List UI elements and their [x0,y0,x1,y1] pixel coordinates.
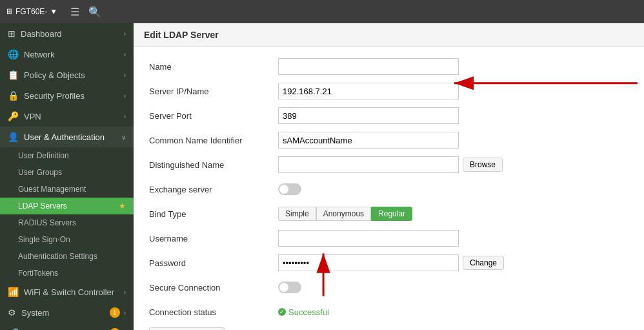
cn-control [278,132,459,149]
connection-status-value: ✓ Successful [278,307,329,317]
form-row-username: Username [149,229,629,247]
name-label: Name [149,62,278,72]
bind-type-label: Bind Type [149,209,278,219]
sidebar-sub-user-definition[interactable]: User Definition [0,147,134,164]
cn-input[interactable] [278,132,459,149]
server-ip-input[interactable] [278,83,459,99]
system-badge: 1 [110,307,120,318]
chevron-icon: › [124,113,126,120]
server-ip-label: Server IP/Name [149,87,278,96]
top-bar-actions: ☰ 🔍 [70,6,101,18]
star-icon: ★ [119,201,126,211]
sidebar-item-user-auth[interactable]: 👤 User & Authentication ∨ [0,127,134,147]
sidebar-label-user-auth: User & Authentication [24,132,105,142]
chevron-icon: › [124,51,126,58]
sidebar-label-system: System [21,308,49,318]
top-bar: 🖥 FGT60E- ▼ ☰ 🔍 [0,0,644,23]
form-row-secure: Secure Connection [149,278,629,296]
sidebar-item-dashboard[interactable]: ⊞ Dashboard › [0,23,134,44]
dashboard-icon: ⊞ [8,28,15,39]
form-row-bind-type: Bind Type Simple Anonymous Regular [149,205,629,223]
sidebar-sub-single-sign-on[interactable]: Single Sign-On [0,231,134,248]
content-area: Edit LDAP Server Name Server IP/Name Ser… [134,23,644,330]
sidebar-item-security-profiles[interactable]: 🔒 Security Profiles › [0,85,134,106]
policy-icon: 📋 [8,70,19,80]
user-icon: 👤 [8,132,19,142]
form-row-server-port: Server Port [149,107,629,125]
bind-btn-anonymous[interactable]: Anonymous [316,207,371,221]
password-input[interactable] [278,254,459,271]
security-icon: 🔒 [8,90,19,101]
sidebar-sub-ldap-servers[interactable]: LDAP Servers ★ [0,198,134,214]
chevron-icon: ∨ [121,134,126,141]
device-icon: 🖥 [5,7,13,16]
server-port-control [278,107,459,124]
dn-control [278,156,459,173]
sidebar-label-dashboard: Dashboard [21,29,62,39]
change-button[interactable]: Change [463,256,504,270]
sidebar-sub-guest-management[interactable]: Guest Management [0,181,134,198]
secure-label: Secure Connection [149,283,278,293]
form-row-name: Name [149,57,629,76]
sidebar-label-policy: Policy & Objects [24,70,85,80]
secure-toggle[interactable] [278,282,301,293]
sub-label-user-groups: User Groups [18,168,62,177]
sidebar-item-system[interactable]: ⚙ System 1 › [0,302,134,323]
dropdown-icon[interactable]: ▼ [50,7,57,16]
sub-label-auth-settings: Authentication Settings [18,252,97,261]
server-ip-control [278,83,459,99]
exchange-toggle[interactable] [278,183,301,195]
username-label: Username [149,234,278,243]
name-input[interactable] [278,58,459,75]
sidebar: ⊞ Dashboard › 🌐 Network › 📋 Policy & Obj… [0,23,134,330]
dn-input[interactable] [278,156,459,173]
sub-label-user-def: User Definition [18,151,69,160]
sidebar-label-wifi: WiFi & Switch Controller [24,287,114,297]
sidebar-item-wifi[interactable]: 📶 WiFi & Switch Controller › [0,282,134,302]
sidebar-item-vpn[interactable]: 🔑 VPN › [0,106,134,127]
cn-label: Common Name Identifier [149,136,278,145]
browse-button[interactable]: Browse [463,158,503,172]
sidebar-sub-user-groups[interactable]: User Groups [0,164,134,181]
sidebar-sub-auth-settings[interactable]: Authentication Settings [0,248,134,265]
server-port-label: Server Port [149,111,278,121]
search-icon[interactable]: 🔍 [88,6,101,18]
sub-label-guest-mgmt: Guest Management [18,185,86,194]
sidebar-sub-fortitokens[interactable]: FortiTokens [0,265,134,282]
form-row-cn: Common Name Identifier [149,131,629,149]
username-control [278,230,459,247]
sidebar-label-vpn: VPN [24,112,41,121]
content-header: Edit LDAP Server [134,23,644,47]
vpn-icon: 🔑 [8,111,19,121]
chevron-icon: › [124,92,126,99]
sub-label-radius: RADIUS Servers [18,218,76,227]
chevron-icon: › [124,309,126,316]
wifi-icon: 📶 [8,287,19,297]
form-row-connection-status: Connection status ✓ Successful [149,303,629,321]
device-name: FGT60E- [15,7,47,16]
sidebar-item-network[interactable]: 🌐 Network › [0,44,134,65]
bind-btn-simple[interactable]: Simple [278,207,316,221]
chevron-icon: › [124,72,126,79]
test-connectivity-button[interactable]: Test Connectivity [149,327,225,330]
connection-status-label: Connection status [149,307,278,317]
exchange-label: Exchange server [149,185,278,194]
sub-label-ldap: LDAP Servers [18,201,67,211]
form-row-password: Password Change [149,254,629,272]
hamburger-icon[interactable]: ☰ [70,6,79,18]
device-label: 🖥 FGT60E- ▼ [5,7,57,16]
password-label: Password [149,258,278,268]
sidebar-item-policy-objects[interactable]: 📋 Policy & Objects › [0,65,134,85]
name-control [278,58,459,75]
sidebar-sub-radius-servers[interactable]: RADIUS Servers [0,214,134,231]
status-dot: ✓ [278,308,286,316]
network-icon: 🌐 [8,49,19,59]
form-row-server-ip: Server IP/Name [149,82,629,100]
sub-label-sso: Single Sign-On [18,235,70,244]
sidebar-item-security-fabric[interactable]: 🔗 Security Fabric 1 › [0,323,134,330]
server-port-input[interactable] [278,107,459,124]
bind-btn-regular[interactable]: Regular [371,207,412,221]
page-title: Edit LDAP Server [144,30,219,40]
username-input[interactable] [278,230,459,247]
main-layout: ⊞ Dashboard › 🌐 Network › 📋 Policy & Obj… [0,23,644,330]
